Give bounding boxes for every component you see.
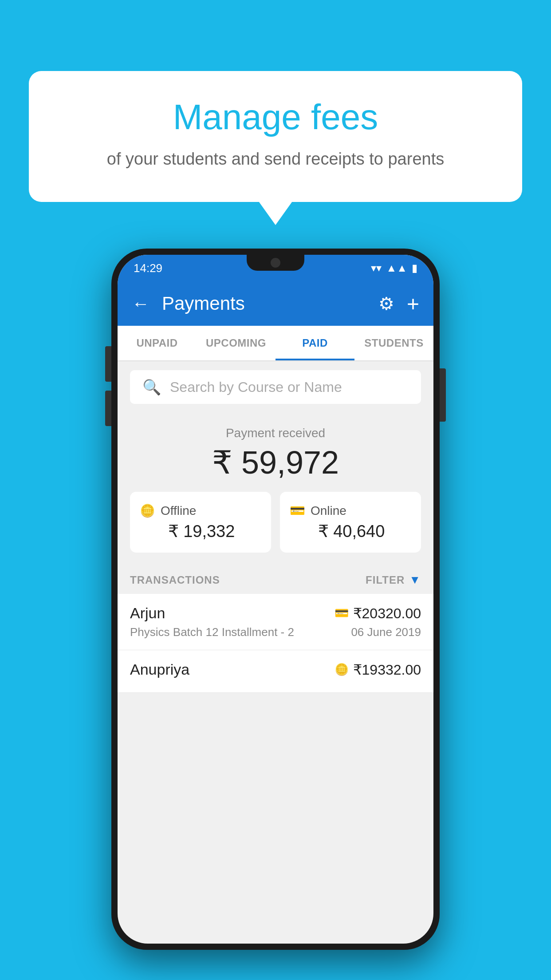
- payment-received-section: Payment received ₹ 59,972 🪙 Offline ₹ 19…: [118, 413, 433, 563]
- tx-bottom: Physics Batch 12 Installment - 2 06 June…: [130, 625, 421, 639]
- power-button: [440, 368, 446, 422]
- offline-card: 🪙 Offline ₹ 19,332: [130, 492, 271, 553]
- tx-name: Arjun: [130, 605, 165, 622]
- online-card-header: 💳 Online: [290, 503, 411, 518]
- tx-amount: ₹19332.00: [353, 661, 421, 678]
- bubble-subtitle: of your students and send receipts to pa…: [60, 147, 491, 171]
- camera: [271, 258, 280, 268]
- back-button[interactable]: ←: [132, 294, 150, 314]
- search-box[interactable]: 🔍 Search by Course or Name: [130, 370, 421, 404]
- tx-top: Arjun 💳 ₹20320.00: [130, 605, 421, 622]
- tx-top: Anupriya 🪙 ₹19332.00: [130, 661, 421, 678]
- online-card: 💳 Online ₹ 40,640: [280, 492, 421, 553]
- tx-course: Physics Batch 12 Installment - 2: [130, 625, 294, 639]
- transactions-label: TRANSACTIONS: [130, 574, 220, 586]
- online-icon: 💳: [290, 503, 305, 518]
- status-icons: ▾▾ ▲▲ ▮: [371, 262, 417, 274]
- add-button[interactable]: +: [407, 292, 419, 316]
- bubble-title: Manage fees: [60, 98, 491, 137]
- gear-icon[interactable]: ⚙: [378, 293, 394, 314]
- battery-icon: ▮: [412, 262, 417, 274]
- volume-down-button: [105, 391, 111, 426]
- transaction-row[interactable]: Anupriya 🪙 ₹19332.00: [118, 650, 433, 693]
- online-amount: ₹ 40,640: [290, 522, 411, 541]
- speech-bubble: Manage fees of your students and send re…: [29, 71, 522, 202]
- phone-screen: 14:29 ▾▾ ▲▲ ▮ ← Payments ⚙ + UNPAID: [118, 255, 433, 944]
- tx-offline-icon: 🪙: [335, 663, 349, 676]
- tx-date: 06 June 2019: [351, 625, 421, 639]
- search-icon: 🔍: [142, 378, 161, 396]
- filter-icon: ▼: [409, 573, 421, 587]
- filter-label: FILTER: [366, 574, 405, 586]
- transaction-row[interactable]: Arjun 💳 ₹20320.00 Physics Batch 12 Insta…: [118, 594, 433, 650]
- volume-up-button: [105, 346, 111, 382]
- payment-label: Payment received: [130, 426, 421, 440]
- app-bar: ← Payments ⚙ +: [118, 281, 433, 326]
- tab-paid[interactable]: PAID: [276, 326, 354, 360]
- tab-upcoming[interactable]: UPCOMING: [197, 326, 276, 360]
- transactions-header: TRANSACTIONS FILTER ▼: [118, 563, 433, 594]
- status-time: 14:29: [134, 261, 162, 275]
- tx-online-icon: 💳: [335, 606, 349, 620]
- payment-cards: 🪙 Offline ₹ 19,332 💳 Online ₹ 40,640: [130, 492, 421, 553]
- search-input[interactable]: Search by Course or Name: [170, 379, 342, 395]
- search-container: 🔍 Search by Course or Name: [118, 361, 433, 413]
- tx-amount-wrap: 💳 ₹20320.00: [335, 605, 421, 622]
- page-title: Payments: [162, 293, 366, 314]
- offline-amount: ₹ 19,332: [140, 522, 261, 541]
- offline-card-header: 🪙 Offline: [140, 503, 261, 518]
- tabs-bar: UNPAID UPCOMING PAID STUDENTS: [118, 326, 433, 361]
- tx-amount-wrap: 🪙 ₹19332.00: [335, 661, 421, 678]
- online-label: Online: [311, 504, 346, 518]
- tab-unpaid[interactable]: UNPAID: [118, 326, 197, 360]
- tx-amount: ₹20320.00: [353, 605, 421, 622]
- payment-total-amount: ₹ 59,972: [130, 444, 421, 481]
- offline-label: Offline: [161, 504, 196, 518]
- wifi-icon: ▾▾: [371, 262, 382, 274]
- tx-name: Anupriya: [130, 661, 189, 678]
- filter-button[interactable]: FILTER ▼: [366, 573, 421, 587]
- offline-icon: 🪙: [140, 503, 155, 518]
- signal-icon: ▲▲: [386, 262, 407, 274]
- phone-device: 14:29 ▾▾ ▲▲ ▮ ← Payments ⚙ + UNPAID: [111, 249, 440, 950]
- tab-students[interactable]: STUDENTS: [354, 326, 433, 360]
- phone-notch: [247, 255, 304, 271]
